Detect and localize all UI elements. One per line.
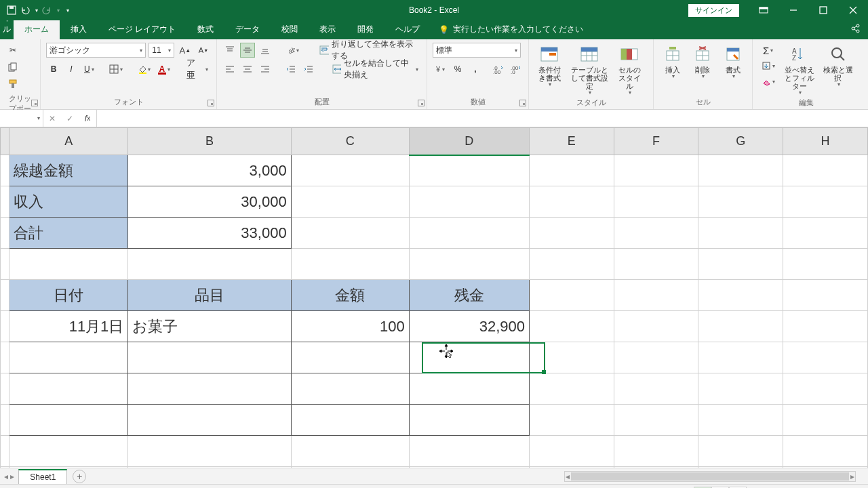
align-right-icon[interactable] [258,62,273,77]
decrease-indent-icon[interactable] [283,62,298,77]
cancel-icon[interactable]: ✕ [43,114,61,123]
decrease-decimal-icon[interactable]: .00.0 [508,62,523,77]
tab-page-layout[interactable]: ページ レイアウト [98,20,186,39]
font-size-combo[interactable]: 11▾ [149,43,174,58]
sort-filter-button[interactable]: AZ並べ替えとフィルター▾ [781,43,818,98]
worksheet-grid[interactable]: A B C D E F G H 繰越金額3,000 収入30,000 合計33,… [0,127,868,468]
share-button[interactable] [842,20,868,39]
cell[interactable]: 品目 [128,280,291,311]
tab-developer[interactable]: 開発 [347,20,384,39]
cell[interactable]: 32,900 [409,311,529,342]
enter-icon[interactable]: ✓ [61,114,79,123]
cell-styles-button[interactable]: セルのスタイル▾ [614,43,644,98]
bold-button[interactable]: B [46,62,61,77]
dialog-launcher-icon[interactable] [519,100,526,106]
col-header[interactable]: E [530,128,614,155]
increase-font-icon[interactable]: A▲ [177,43,193,58]
decrease-font-icon[interactable]: A▼ [196,43,211,58]
orientation-icon[interactable]: ab▾ [284,43,302,58]
qat-customize-icon[interactable]: ▾ [66,7,69,14]
fill-icon[interactable]: ▾ [758,58,778,73]
add-sheet-icon[interactable]: + [73,470,86,483]
wrap-text-button[interactable]: 折り返して全体を表示する [317,43,421,58]
maximize-icon[interactable] [808,0,838,20]
fx-icon[interactable]: fx [79,114,96,123]
col-header[interactable]: D [409,128,529,155]
increase-decimal-icon[interactable]: .0.00 [490,62,505,77]
col-header[interactable]: F [614,128,698,155]
autosum-icon[interactable]: Σ▾ [758,43,778,58]
delete-cells-button[interactable]: 削除▾ [689,43,716,81]
align-left-icon[interactable] [222,62,237,77]
tab-data[interactable]: データ [224,20,271,39]
minimize-icon[interactable] [778,0,808,20]
conditional-formatting-button[interactable]: 条件付き書式▾ [534,43,564,89]
tab-help[interactable]: ヘルプ [384,20,431,39]
format-cells-button[interactable]: 書式▾ [719,43,747,81]
italic-button[interactable]: I [64,62,79,77]
redo-dropdown-icon[interactable]: ▾ [57,7,60,14]
dialog-launcher-icon[interactable] [31,100,38,106]
cell[interactable]: 残金 [409,280,529,311]
align-top-icon[interactable] [222,43,237,58]
cell[interactable]: 3,000 [128,155,291,186]
column-headers[interactable]: A B C D E F G H [1,128,868,155]
cell[interactable] [409,155,529,186]
cell[interactable] [291,155,409,186]
find-select-button[interactable]: 検索と選択▾ [821,43,854,89]
comma-icon[interactable]: , [468,62,483,77]
borders-icon[interactable]: ▾ [106,62,125,77]
tab-home[interactable]: ホーム [14,20,60,39]
tab-insert[interactable]: 挿入 [60,20,98,39]
col-header[interactable]: H [783,128,868,155]
sheet-tab[interactable]: Sheet1 [18,469,67,484]
signin-button[interactable]: サインイン [688,4,739,17]
col-header[interactable]: C [291,128,409,155]
tab-view[interactable]: 表示 [309,20,347,39]
cell[interactable]: 33,000 [128,218,291,249]
col-header[interactable]: G [698,128,783,155]
clear-icon[interactable]: ▾ [758,74,778,89]
insert-cells-button[interactable]: 挿入▾ [659,43,686,81]
select-all-corner[interactable] [1,128,9,155]
dialog-launcher-icon[interactable] [208,100,214,106]
save-icon[interactable] [7,5,16,15]
col-header[interactable]: B [128,128,291,155]
cell[interactable]: 金額 [291,280,409,311]
cell[interactable]: 繰越金額 [9,155,128,186]
format-painter-icon[interactable] [5,77,20,92]
formula-input[interactable] [97,110,868,127]
sheet-nav[interactable]: ◂ ▸ [0,472,18,481]
cell[interactable]: 収入 [9,186,128,218]
undo-icon[interactable] [20,5,30,15]
cut-icon[interactable]: ✂ [5,43,20,58]
cell[interactable]: 11月1日 [9,311,128,342]
col-header[interactable]: A [9,128,128,155]
copy-icon[interactable] [5,60,20,75]
redo-icon[interactable] [42,5,52,15]
cell[interactable]: 30,000 [128,186,291,218]
percent-icon[interactable]: % [450,62,465,77]
increase-indent-icon[interactable] [301,62,316,77]
dialog-launcher-icon[interactable] [418,100,425,106]
cell[interactable]: お菓子 [128,311,291,342]
accounting-format-icon[interactable]: ¥▾ [433,62,448,77]
font-name-combo[interactable]: 游ゴシック▾ [46,43,146,58]
phonetic-icon[interactable]: ア亜▾ [184,62,211,77]
font-color-icon[interactable]: A▾ [156,62,173,77]
ribbon-options-icon[interactable] [749,0,778,20]
horizontal-scrollbar[interactable]: ◂▸ [564,471,856,482]
cell[interactable]: 合計 [9,218,128,249]
tab-review[interactable]: 校閲 [271,20,309,39]
align-center-icon[interactable] [240,62,255,77]
align-bottom-icon[interactable] [258,43,273,58]
tell-me[interactable]: 💡 実行したい作業を入力してください [439,20,583,39]
tab-formulas[interactable]: 数式 [186,20,224,39]
undo-dropdown-icon[interactable]: ▾ [35,7,38,14]
merge-center-button[interactable]: セルを結合して中央揃え▾ [330,62,421,77]
number-format-combo[interactable]: 標準▾ [433,43,521,58]
align-middle-icon[interactable] [240,43,255,58]
underline-button[interactable]: U▾ [81,62,97,77]
name-box[interactable]: ▾ [0,110,43,127]
cell[interactable]: 日付 [9,280,128,311]
